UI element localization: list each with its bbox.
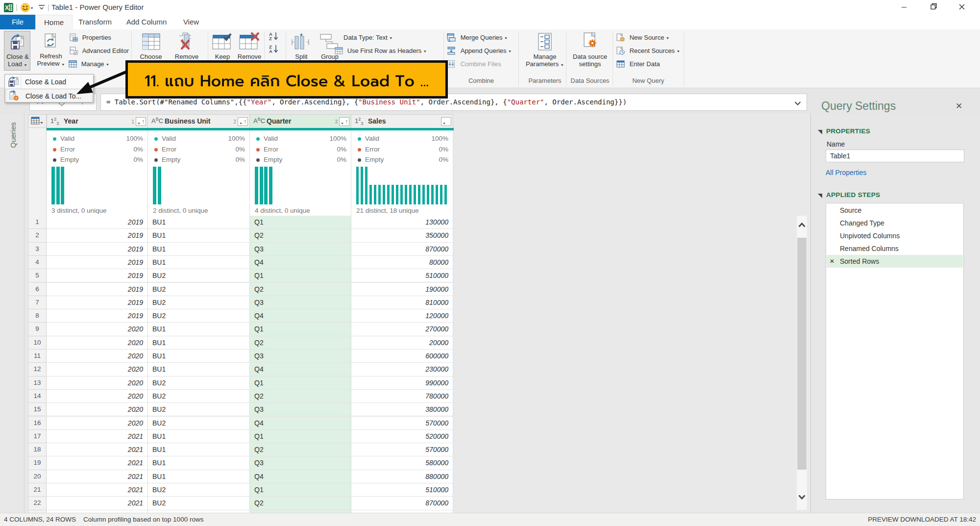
row-number[interactable]: 19 [28, 456, 47, 470]
properties-button[interactable]: Properties [70, 33, 111, 45]
row-number[interactable]: 10 [28, 336, 47, 350]
cell-year[interactable]: 2019 [47, 296, 148, 309]
enter-data-button[interactable]: Enter Data [616, 60, 660, 72]
row-number[interactable]: 9 [28, 323, 47, 336]
cell-business-unit[interactable]: BU2 [148, 376, 250, 390]
cell-business-unit[interactable]: BU1 [148, 229, 250, 242]
row-number[interactable]: 8 [28, 309, 47, 323]
cell-year[interactable]: 2020 [47, 363, 148, 376]
cell-quarter[interactable]: Q4 [250, 256, 351, 269]
delete-step-icon[interactable]: ✕ [830, 255, 834, 268]
formula-expand-icon[interactable] [794, 100, 802, 108]
cell-sales[interactable]: 870000 [351, 497, 453, 510]
row-number[interactable]: 11 [28, 350, 47, 363]
row-number[interactable]: 20 [28, 470, 47, 483]
cell-year[interactable]: 2019 [47, 243, 148, 256]
cell-sales[interactable]: 570000 [351, 417, 453, 430]
smiley-dropdown-icon[interactable]: ▾ [31, 6, 33, 10]
minimize-button[interactable] [897, 0, 911, 13]
cell-year[interactable]: 2019 [47, 256, 148, 269]
scrollbar-thumb[interactable] [797, 238, 807, 470]
query-name-input[interactable]: Table1 [826, 150, 964, 162]
smiley-icon[interactable] [21, 3, 30, 14]
applied-step-sorted-rows[interactable]: ✕Sorted Rows [827, 255, 963, 268]
cell-sales[interactable]: 120000 [351, 309, 453, 323]
column-header-sales[interactable]: 123Sales▼ [351, 114, 453, 128]
cell-business-unit[interactable]: BU1 [148, 256, 250, 269]
recent-sources-button[interactable]: Recent Sources▼ [616, 47, 680, 58]
cell-sales[interactable]: 20000 [351, 336, 453, 350]
column-filter-button[interactable]: ▼↑ [339, 117, 349, 126]
tab-home[interactable]: Home [35, 15, 73, 29]
tab-add-column[interactable]: Add Column [118, 15, 175, 29]
cell-year[interactable]: 2020 [47, 390, 148, 403]
manage-button[interactable]: Manage▼ [69, 60, 110, 72]
column-filter-button[interactable]: ▼ [441, 117, 451, 126]
use-first-row-button[interactable]: Use First Row as Headers▼ [335, 47, 427, 58]
cell-year[interactable]: 2021 [47, 443, 148, 456]
cell-year[interactable]: 2020 [47, 417, 148, 430]
cell-quarter[interactable]: Q2 [250, 443, 351, 456]
cell-sales[interactable]: 870000 [351, 243, 453, 256]
tab-transform[interactable]: Transform [73, 15, 118, 29]
cell-year[interactable]: 2021 [47, 470, 148, 483]
scroll-up-icon[interactable] [797, 222, 807, 232]
cell-year[interactable]: 2020 [47, 336, 148, 350]
applied-steps-collapse-icon[interactable] [818, 194, 822, 198]
cell-sales[interactable]: 80000 [351, 256, 453, 269]
cell-quarter[interactable]: Q3 [250, 350, 351, 363]
applied-step-changed-type[interactable]: ✕Changed Type [827, 217, 963, 229]
close-and-load-button[interactable]: Close & Load▼ [4, 31, 30, 71]
cell-business-unit[interactable]: BU2 [148, 497, 250, 510]
close-window-button[interactable] [955, 0, 969, 13]
append-queries-button[interactable]: Append Queries▼ [447, 47, 512, 58]
cell-year[interactable]: 2021 [47, 430, 148, 443]
cell-sales[interactable]: 350000 [351, 229, 453, 242]
cell-business-unit[interactable]: BU1 [148, 323, 250, 336]
row-number[interactable]: 6 [28, 283, 47, 296]
cell-quarter[interactable]: Q1 [250, 483, 351, 497]
applied-step-renamed-columns[interactable]: ✕Renamed Columns [827, 242, 963, 255]
cell-quarter[interactable]: Q1 [250, 216, 351, 229]
cell-business-unit[interactable]: BU1 [148, 243, 250, 256]
cell-sales[interactable]: 510000 [351, 269, 453, 282]
row-number[interactable]: 12 [28, 363, 47, 376]
cell-sales[interactable]: 130000 [351, 216, 453, 229]
row-number[interactable]: 15 [28, 403, 47, 416]
cell-business-unit[interactable]: BU2 [148, 483, 250, 497]
cell-business-unit[interactable]: BU1 [148, 363, 250, 376]
sort-descending-button[interactable]: ZA [269, 44, 280, 55]
cell-quarter[interactable]: Q4 [250, 309, 351, 323]
cell-year[interactable]: 2019 [47, 216, 148, 229]
applied-step-source[interactable]: ✕Source [827, 204, 963, 217]
data-type-button[interactable]: Data Type: Text▼ [343, 33, 393, 45]
row-number[interactable]: 1 [28, 216, 47, 229]
restore-button[interactable] [927, 0, 940, 13]
cell-year[interactable]: 2020 [47, 323, 148, 336]
row-number[interactable]: 3 [28, 243, 47, 256]
cell-year[interactable]: 2020 [47, 350, 148, 363]
row-number[interactable]: 4 [28, 256, 47, 269]
cell-quarter[interactable]: Q4 [250, 363, 351, 376]
cell-year[interactable]: 2019 [47, 229, 148, 242]
cell-business-unit[interactable]: BU1 [148, 336, 250, 350]
cell-quarter[interactable]: Q2 [250, 336, 351, 350]
row-number[interactable]: 17 [28, 430, 47, 443]
cell-quarter[interactable]: Q4 [250, 417, 351, 430]
cell-year[interactable]: 2020 [47, 376, 148, 390]
cell-business-unit[interactable]: BU2 [148, 309, 250, 323]
cell-quarter[interactable]: Q1 [250, 323, 351, 336]
cell-year[interactable]: 2021 [47, 497, 148, 510]
cell-sales[interactable]: 600000 [351, 350, 453, 363]
cell-year[interactable]: 2019 [47, 269, 148, 282]
cell-business-unit[interactable]: BU2 [148, 296, 250, 309]
cell-quarter[interactable]: Q3 [250, 243, 351, 256]
cell-business-unit[interactable]: BU2 [148, 269, 250, 282]
row-number[interactable]: 5 [28, 269, 47, 282]
menu-item-close-and-load[interactable]: Close & Load [5, 75, 93, 89]
cell-quarter[interactable]: Q3 [250, 456, 351, 470]
cell-sales[interactable]: 990000 [351, 376, 453, 390]
cell-sales[interactable]: 810000 [351, 296, 453, 309]
tab-view[interactable]: View [175, 15, 207, 29]
row-number[interactable]: 7 [28, 296, 47, 309]
